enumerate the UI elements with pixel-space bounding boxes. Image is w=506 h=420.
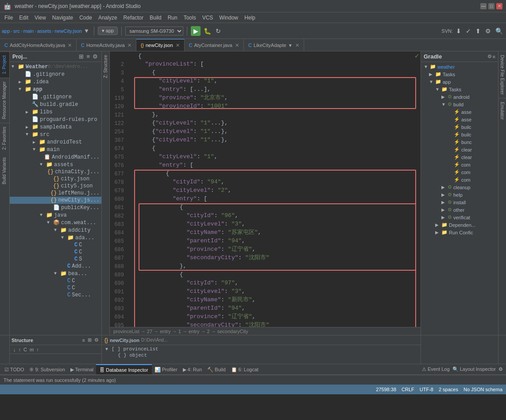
bottom-expand[interactable]: ⚙ xyxy=(497,366,504,373)
line-code-685[interactable]: "parentId": "94", xyxy=(136,237,421,245)
tab-build-variants[interactable]: Build Variants xyxy=(0,154,9,188)
breadcrumb-dropdown[interactable]: ▼ xyxy=(83,27,90,35)
line-code-686[interactable]: "province": "辽宁省", xyxy=(136,245,421,253)
gradle-settings[interactable]: ⚙ xyxy=(487,54,492,59)
tree-com-weat[interactable]: ▼ 📦 com.weat... xyxy=(10,219,101,226)
menu-refactor[interactable]: Refactor xyxy=(121,14,146,22)
gradle-bunc[interactable]: ⚡bunc xyxy=(422,138,497,146)
status-schema[interactable]: No JSON schema xyxy=(464,387,502,392)
tree-main[interactable]: ▼ 📁 main xyxy=(10,146,101,153)
menu-help[interactable]: Help xyxy=(242,14,258,22)
tree-androidmanifest[interactable]: 📋 AndroidManif... xyxy=(10,153,101,161)
tree-ada[interactable]: ▼ 📁 ada... xyxy=(10,234,101,241)
maximize-button[interactable]: □ xyxy=(488,3,494,9)
vcs-push[interactable]: ⬆ xyxy=(474,27,482,35)
emulator-tab[interactable]: Emulator xyxy=(498,98,506,123)
line-code-691[interactable]: "cityLevel": "3", xyxy=(136,288,421,296)
line-code-119[interactable]: "province": "北京市", xyxy=(136,94,421,102)
bottom-tab-logcat[interactable]: 📋 6: Logcat xyxy=(228,364,261,375)
menu-navigate[interactable]: Navigate xyxy=(50,14,76,22)
gradle-clear1[interactable]: ⚡clear xyxy=(422,146,497,153)
line-code-690[interactable]: "cityId": "97", xyxy=(136,279,421,287)
line-code-122[interactable]: {"cityLevel": "1"...}, xyxy=(136,119,421,127)
line-code-1[interactable]: { xyxy=(136,52,421,60)
sidebar-gear[interactable]: ⚙ xyxy=(92,53,99,60)
tree-proguard[interactable]: 📄 proguard-rules.pro xyxy=(10,116,101,123)
menu-file[interactable]: File xyxy=(2,14,15,22)
status-encoding[interactable]: UTF-8 xyxy=(420,387,433,392)
line-code-693[interactable]: "parentId": "94", xyxy=(136,304,421,312)
menu-tools[interactable]: Tools xyxy=(181,14,199,22)
gradle-expand[interactable]: ≡ xyxy=(493,54,495,59)
minimize-button[interactable]: — xyxy=(480,3,487,9)
menu-edit[interactable]: Edit xyxy=(16,14,31,22)
line-code-4[interactable]: "cityLevel": "1", xyxy=(136,77,421,85)
tree-add-class[interactable]: C Add... xyxy=(10,263,101,270)
tree-src[interactable]: ▼ 📁 src xyxy=(10,131,101,138)
status-indent[interactable]: 2 spaces xyxy=(439,387,458,392)
line-code-680[interactable]: "entry": [ xyxy=(136,195,421,203)
vcs-commit[interactable]: ✓ xyxy=(464,27,472,35)
line-code-254[interactable]: {"cityLevel": "1"...}, xyxy=(136,128,421,136)
tree-leftmenu[interactable]: {} leftMenu.j... xyxy=(10,190,101,197)
struct-up[interactable]: ↑ xyxy=(18,346,22,353)
search-button[interactable]: 🔍 xyxy=(494,27,504,35)
gradle-builc2[interactable]: ⚡builc xyxy=(422,131,497,138)
tree-city-json[interactable]: {} city.json xyxy=(10,175,101,183)
tree-weather[interactable]: ▼ 📁 Weather D:\Dev\Andro... xyxy=(10,63,101,70)
line-code-387[interactable]: {"cityLevel": "1"...}, xyxy=(136,136,421,144)
line-code-120[interactable]: "provinceId": "1001" xyxy=(136,102,421,110)
tree-class-c1[interactable]: C C xyxy=(10,241,101,249)
line-code-682[interactable]: "cityId": "96", xyxy=(136,212,421,220)
sidebar-sync[interactable]: ⊞ xyxy=(78,53,85,60)
gradle-install[interactable]: ▶⚙install xyxy=(422,198,497,206)
line-code-678[interactable]: "cityId": "94", xyxy=(136,178,421,186)
gradle-weather[interactable]: ▼ 📁 weather xyxy=(422,63,497,70)
breadcrumb-file[interactable]: newCity.json xyxy=(54,28,82,34)
breadcrumb-assets[interactable]: assets xyxy=(37,28,51,34)
device-selector[interactable]: samsung SM-G9730 xyxy=(125,27,183,35)
struct-down[interactable]: ↓ xyxy=(12,346,17,353)
gradle-app-tasks[interactable]: ▼ 📁 Tasks xyxy=(422,86,497,93)
run-button[interactable]: ▶ xyxy=(191,26,201,36)
gradle-app[interactable]: ▼ 📁 app xyxy=(422,78,497,86)
struct-inherit-btn[interactable]: ↑ xyxy=(35,346,40,353)
gradle-tasks-root[interactable]: ▶ 📁 Tasks xyxy=(422,70,497,78)
tree-city5-json[interactable]: {} city5.json xyxy=(10,183,101,190)
struct-object[interactable]: { } object xyxy=(104,352,419,358)
tab-home[interactable]: C HomeActivity.java ✕ xyxy=(77,39,136,51)
gradle-asse1[interactable]: ⚡asse xyxy=(422,108,497,116)
bottom-tab-svn[interactable]: ⑨ 9: Subversion xyxy=(27,364,67,375)
menu-analyze[interactable]: Analyze xyxy=(96,14,120,22)
bottom-layout-inspector[interactable]: 🔍 Layout Inspector xyxy=(451,366,497,373)
gradle-other[interactable]: ▶⚙other xyxy=(422,206,497,214)
gradle-build-folder[interactable]: ▼ ⚙ build xyxy=(422,101,497,108)
struct-province-list[interactable]: ▼ [ ] provinceList xyxy=(104,346,419,352)
line-code-674[interactable]: { xyxy=(136,144,421,152)
status-position[interactable]: 27598:38 xyxy=(376,387,396,392)
tab-newcity[interactable]: {} newCity.json ✕ xyxy=(136,39,185,51)
tree-build-gradle[interactable]: 🔧 build.gradle xyxy=(10,101,101,108)
tab-more[interactable]: ▼ xyxy=(288,43,293,48)
struct-gear[interactable]: ⚙ xyxy=(93,337,100,343)
line-code-2[interactable]: "provinceList": [ xyxy=(136,60,421,68)
bottom-tab-build[interactable]: 🔨 Build xyxy=(205,364,228,375)
line-code-689[interactable]: { xyxy=(136,271,421,279)
z-structure-tab[interactable]: Z: Structure xyxy=(102,51,109,82)
editor-wrapper[interactable]: { 2 "provinceList": [ 3 { xyxy=(110,51,421,327)
tree-libs[interactable]: ▶ 📁 libs xyxy=(10,108,101,116)
tab-resource-manager[interactable]: Resource Manager xyxy=(0,78,9,123)
tab-home-close[interactable]: ✕ xyxy=(127,43,131,48)
bottom-tab-profiler[interactable]: 📊 Profiler xyxy=(152,364,180,375)
line-code-677[interactable]: { xyxy=(136,170,421,178)
line-code-681[interactable]: { xyxy=(136,203,421,211)
tab-project[interactable]: 1: Project xyxy=(0,51,9,78)
tree-java[interactable]: ▼ 📁 java xyxy=(10,211,101,219)
app-selector[interactable]: ▾ app xyxy=(98,27,118,35)
struct-sort[interactable]: ≡ xyxy=(81,337,86,343)
line-code-679[interactable]: "cityLevel": "2", xyxy=(136,187,421,194)
tab-addcity-close[interactable]: ✕ xyxy=(68,43,72,48)
line-code-683[interactable]: "cityLevel": "3", xyxy=(136,220,421,228)
device-file-explorer-tab[interactable]: Device File Explorer xyxy=(498,51,506,98)
vcs-update[interactable]: ⬇ xyxy=(455,27,463,35)
